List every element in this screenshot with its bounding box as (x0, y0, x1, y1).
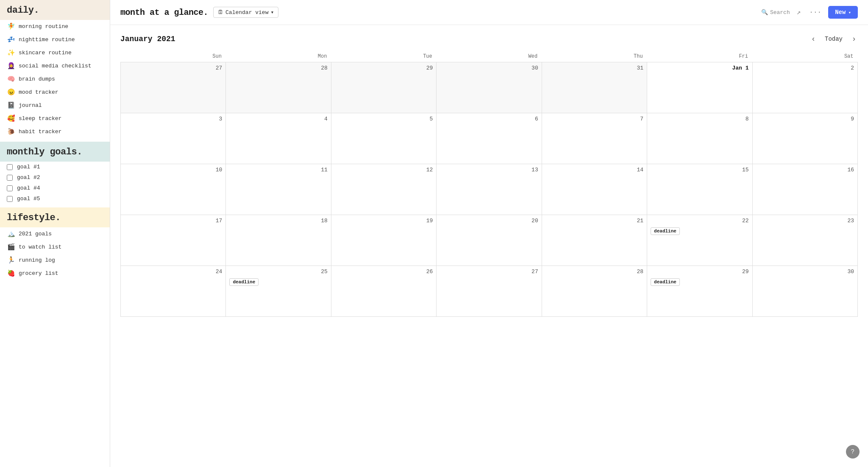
next-month-button[interactable]: › (850, 34, 858, 44)
calendar-day-cell[interactable]: 13 (437, 164, 542, 215)
more-options-icon[interactable]: ··· (807, 8, 823, 16)
event-tag[interactable]: deadline (229, 278, 259, 286)
sidebar-item-running-log[interactable]: 🏃 running log (0, 254, 110, 267)
sidebar-lifestyle-header: lifestyle. (0, 207, 110, 227)
calendar-day-cell[interactable]: Jan 1 (647, 62, 752, 113)
pin-icon[interactable]: ↗ (795, 8, 803, 17)
sidebar-item-label: social media checklist (19, 63, 92, 69)
calendar-day-cell[interactable]: 26 (331, 266, 436, 317)
sidebar-item-label: brain dumps (19, 76, 55, 82)
goal-item[interactable]: goal #4 (0, 183, 110, 193)
calendar-day-cell[interactable]: 6 (437, 113, 542, 164)
calendar-day-cell[interactable]: 28 (542, 266, 647, 317)
calendar-day-cell[interactable]: 24 (121, 266, 226, 317)
calendar-day-cell[interactable]: 29 (331, 62, 436, 113)
item-emoji-icon: 🧕 (7, 62, 15, 70)
calendar-day-cell[interactable]: 30 (437, 62, 542, 113)
calendar-day-cell[interactable]: 20 (437, 215, 542, 266)
event-tag[interactable]: deadline (651, 278, 680, 286)
day-number: 11 (229, 167, 327, 173)
item-emoji-icon: 📓 (7, 101, 15, 109)
calendar-day-cell[interactable]: 30 (752, 266, 857, 317)
day-number: 25 (229, 268, 327, 275)
sidebar-item-morning-routine[interactable]: 🧚 morning routine (0, 20, 110, 33)
item-emoji-icon: 😠 (7, 88, 15, 96)
day-number: 27 (440, 268, 538, 275)
sidebar-item-grocery-list[interactable]: 🍓 grocery list (0, 267, 110, 280)
item-emoji-icon: 🏔️ (7, 230, 15, 238)
calendar-day-cell[interactable]: 18 (226, 215, 331, 266)
day-number: 15 (651, 167, 748, 173)
sidebar-monthly-header: monthly goals. (0, 142, 110, 162)
goal-checkbox[interactable] (7, 164, 13, 170)
calendar-day-cell[interactable]: 8 (647, 113, 752, 164)
calendar-day-cell[interactable]: 4 (226, 113, 331, 164)
sidebar-item-2021-goals[interactable]: 🏔️ 2021 goals (0, 227, 110, 240)
calendar-day-cell[interactable]: 19 (331, 215, 436, 266)
goal-checkbox[interactable] (7, 196, 13, 202)
weekday-header: SunMonTueWedThuFriSat (121, 51, 858, 62)
calendar-day-cell[interactable]: 11 (226, 164, 331, 215)
calendar-nav-buttons: ‹ Today › (810, 34, 858, 44)
goal-checkbox[interactable] (7, 175, 13, 181)
sidebar-item-sleep-tracker[interactable]: 🥰 sleep tracker (0, 112, 110, 125)
calendar-day-cell[interactable]: 28 (226, 62, 331, 113)
calendar-day-cell[interactable]: 5 (331, 113, 436, 164)
today-button[interactable]: Today (821, 34, 847, 44)
calendar-week-row: 2728293031Jan 12 (121, 62, 858, 113)
sidebar-item-mood-tracker[interactable]: 😠 mood tracker (0, 86, 110, 99)
goal-item[interactable]: goal #2 (0, 172, 110, 183)
calendar-day-cell[interactable]: 31 (542, 62, 647, 113)
sidebar-item-habit-tracker[interactable]: 🐌 habit tracker (0, 125, 110, 138)
calendar-day-cell[interactable]: 27 (437, 266, 542, 317)
weekday-header-sat: Sat (752, 51, 857, 62)
calendar-day-cell[interactable]: 7 (542, 113, 647, 164)
prev-month-button[interactable]: ‹ (810, 34, 817, 44)
calendar-day-cell[interactable]: 12 (331, 164, 436, 215)
weekday-header-fri: Fri (647, 51, 752, 62)
day-number: 20 (440, 218, 538, 224)
calendar-day-cell[interactable]: 17 (121, 215, 226, 266)
goal-item[interactable]: goal #1 (0, 162, 110, 172)
calendar-day-cell[interactable]: 27 (121, 62, 226, 113)
sidebar-item-to-watch-list[interactable]: 🎬 to watch list (0, 240, 110, 254)
day-number: 14 (545, 167, 643, 173)
search-button[interactable]: 🔍 Search (761, 9, 790, 16)
sidebar-item-social-media-checklist[interactable]: 🧕 social media checklist (0, 59, 110, 73)
calendar-day-cell[interactable]: 3 (121, 113, 226, 164)
weekday-header-mon: Mon (226, 51, 331, 62)
sidebar-item-skincare-routine[interactable]: ✨ skincare routine (0, 46, 110, 59)
calendar-day-cell[interactable]: 25deadline (226, 266, 331, 317)
event-tag[interactable]: deadline (651, 227, 680, 235)
sidebar-item-nighttime-routine[interactable]: 💤 nighttime routine (0, 33, 110, 46)
calendar-day-cell[interactable]: 9 (752, 113, 857, 164)
calendar-view-button[interactable]: 🗓 Calendar view ▾ (213, 7, 278, 18)
goal-item[interactable]: goal #5 (0, 193, 110, 204)
day-number: 29 (335, 65, 433, 71)
help-button[interactable]: ? (846, 445, 860, 459)
calendar-day-cell[interactable]: 29deadline (647, 266, 752, 317)
calendar-day-cell[interactable]: 14 (542, 164, 647, 215)
calendar-day-cell[interactable]: 16 (752, 164, 857, 215)
sidebar-item-label: running log (19, 257, 55, 263)
goal-checkbox[interactable] (7, 185, 13, 191)
daily-items-list: 🧚 morning routine 💤 nighttime routine ✨ … (0, 20, 110, 138)
calendar-day-cell[interactable]: 22deadline (647, 215, 752, 266)
sidebar-daily-header: daily. (0, 0, 110, 20)
sidebar-item-label: morning routine (19, 23, 68, 30)
header-bar: month at a glance. 🗓 Calendar view ▾ 🔍 S… (110, 0, 868, 25)
search-label: Search (770, 9, 790, 16)
calendar-week-row: 171819202122deadline23 (121, 215, 858, 266)
goal-label: goal #4 (17, 185, 40, 191)
sidebar-item-journal[interactable]: 📓 journal (0, 99, 110, 112)
sidebar-item-brain-dumps[interactable]: 🧠 brain dumps (0, 73, 110, 86)
day-number: 27 (124, 65, 222, 71)
new-button[interactable]: New ▾ (828, 6, 858, 19)
item-emoji-icon: ✨ (7, 49, 15, 57)
calendar-day-cell[interactable]: 10 (121, 164, 226, 215)
calendar-day-cell[interactable]: 21 (542, 215, 647, 266)
calendar-day-cell[interactable]: 2 (752, 62, 857, 113)
item-emoji-icon: 🧠 (7, 75, 15, 83)
calendar-day-cell[interactable]: 23 (752, 215, 857, 266)
calendar-day-cell[interactable]: 15 (647, 164, 752, 215)
